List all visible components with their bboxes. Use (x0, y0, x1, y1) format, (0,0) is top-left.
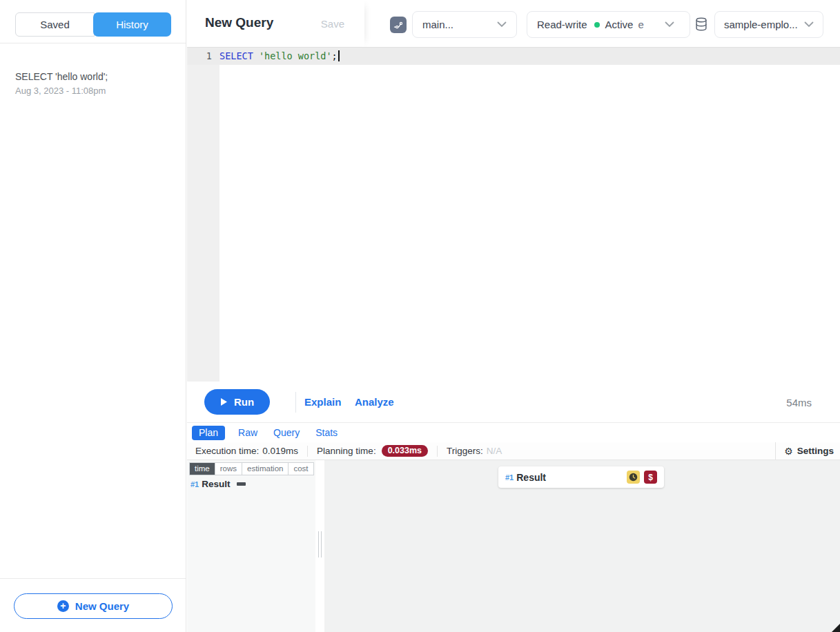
plan-splitter (315, 460, 324, 632)
metric-tab-time[interactable]: time (190, 463, 215, 475)
planning-time-badge: 0.033ms (382, 445, 428, 457)
sidebar: Saved History SELECT 'hello world'; Aug … (0, 0, 186, 632)
sql-string: 'hello world' (259, 50, 332, 61)
run-bar: Run Explain Analyze 54ms (187, 382, 840, 423)
metric-tab-cost[interactable]: cost (289, 463, 313, 475)
triggers-stat: Triggers: N/A (447, 446, 502, 456)
plus-icon: + (57, 600, 69, 612)
run-button-label: Run (234, 396, 254, 408)
line-number: 1 (187, 50, 212, 61)
execution-time-stat: Execution time: 0.019ms (195, 446, 298, 456)
tab-stats[interactable]: Stats (315, 427, 338, 438)
sidebar-top-divider (0, 43, 186, 43)
stats-bar: Execution time: 0.019ms Planning time: 0… (187, 442, 840, 460)
settings-label: Settings (797, 446, 834, 456)
settings-button[interactable]: ⚙ Settings (775, 442, 840, 460)
run-button[interactable]: Run (204, 389, 270, 415)
planning-time-label: Planning time: (317, 446, 376, 456)
analyze-link[interactable]: Analyze (355, 396, 394, 408)
editor-gutter (187, 47, 219, 382)
tab-plan[interactable]: Plan (192, 426, 225, 440)
new-query-button-label: New Query (75, 600, 129, 612)
connection-toolbar: main... Read-write Active e sample-emplo… (364, 0, 840, 47)
branch-select[interactable]: main... (412, 11, 517, 38)
page-title: New Query (205, 15, 273, 30)
costliest-dollar-icon: $ (644, 471, 657, 484)
code-line: SELECT 'hello world'; (219, 50, 340, 61)
database-icon (694, 17, 709, 34)
metric-tab-estimation[interactable]: estimation (242, 463, 289, 475)
execution-time-value: 0.019ms (262, 446, 298, 456)
git-branch-icon (390, 17, 407, 33)
splitter-drag-handle[interactable] (318, 531, 322, 557)
sidebar-bottom-divider (0, 578, 186, 579)
endpoint-mode: Read-write (537, 19, 587, 30)
node-time-bar (237, 482, 246, 486)
sql-space (253, 50, 259, 61)
stats-divider (437, 446, 438, 457)
node-name: Result (516, 472, 546, 483)
tab-query[interactable]: Query (273, 427, 300, 438)
explain-link[interactable]: Explain (304, 396, 341, 408)
tab-saved[interactable]: Saved (15, 12, 95, 37)
slowest-clock-icon (627, 471, 640, 484)
metric-tab-rows[interactable]: rows (215, 463, 242, 475)
node-id: #1 (191, 480, 199, 488)
history-timestamp: Aug 3, 2023 - 11:08pm (15, 86, 175, 96)
sidebar-tab-group: Saved History (15, 12, 171, 37)
chevron-down-icon (665, 21, 674, 28)
tab-raw[interactable]: Raw (238, 427, 257, 438)
execution-time-label: Execution time: (195, 446, 259, 456)
gear-icon: ⚙ (784, 446, 793, 457)
status-dot-icon (594, 22, 600, 28)
triggers-value: N/A (487, 446, 502, 456)
sql-editor[interactable]: 1 SELECT 'hello world'; (187, 47, 840, 382)
resize-corner-handle[interactable] (832, 624, 840, 632)
endpoint-select[interactable]: Read-write Active e (527, 11, 690, 38)
plan-metric-tabs: time rows estimation cost (189, 462, 314, 475)
run-bar-divider (295, 392, 296, 413)
chevron-down-icon (804, 21, 814, 28)
planning-time-stat: Planning time: 0.033ms (317, 445, 428, 457)
triggers-label: Triggers: (447, 446, 483, 456)
database-select-value: sample-emplo... (724, 19, 798, 30)
sql-keyword: SELECT (219, 50, 253, 61)
query-duration: 54ms (786, 397, 812, 408)
play-icon (220, 397, 228, 406)
text-cursor (338, 50, 340, 61)
sql-terminator: ; (332, 50, 338, 61)
plan-graph-canvas[interactable]: #1 Result $ (324, 460, 840, 632)
branch-select-value: main... (422, 19, 453, 30)
results-tab-bar: Plan Raw Query Stats (187, 423, 840, 442)
new-query-button[interactable]: + New Query (14, 593, 173, 619)
endpoint-truncated-text: e (638, 19, 643, 30)
plan-tree-panel: time rows estimation cost #1 Result (187, 460, 315, 632)
database-select[interactable]: sample-emplo... (714, 11, 823, 38)
endpoint-status: Active (605, 19, 634, 30)
plan-visualization: time rows estimation cost #1 Result #1 R… (187, 460, 840, 632)
node-name: Result (202, 479, 230, 489)
save-button[interactable]: Save (321, 18, 344, 30)
stats-divider (307, 446, 308, 457)
plan-tree-node[interactable]: #1 Result (191, 479, 246, 489)
history-list-item[interactable]: SELECT 'hello world'; Aug 3, 2023 - 11:0… (15, 71, 175, 96)
tab-history[interactable]: History (93, 12, 171, 37)
chevron-down-icon (497, 21, 507, 28)
node-id: #1 (505, 473, 514, 482)
query-header: New Query Save (187, 0, 364, 47)
history-query-text: SELECT 'hello world'; (15, 71, 175, 82)
plan-graph-node[interactable]: #1 Result $ (498, 466, 664, 488)
